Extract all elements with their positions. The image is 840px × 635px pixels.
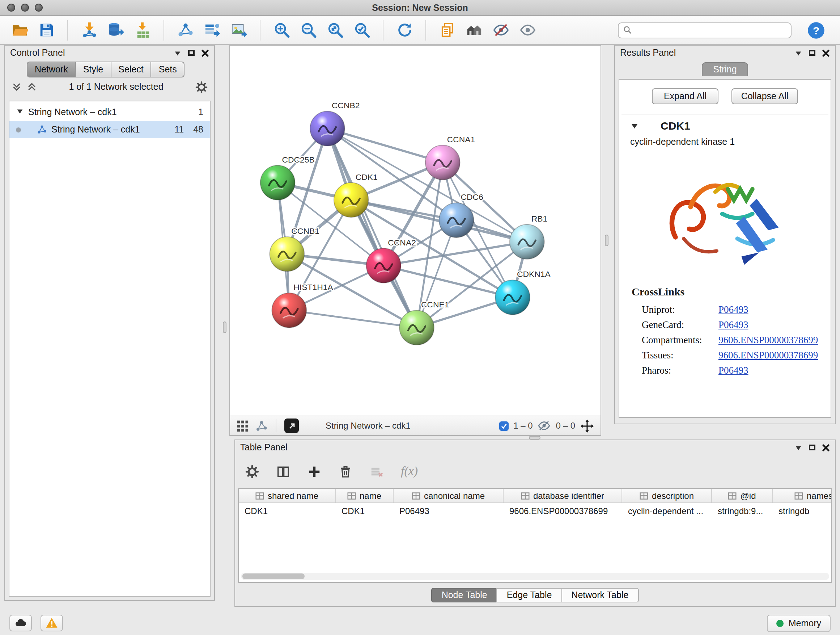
tab-select[interactable]: Select [111,62,151,78]
network-row[interactable]: String Network – cdk1 11 48 [9,121,210,138]
close-window-button[interactable] [7,4,15,11]
column-header-canonical-name[interactable]: canonical name [393,489,504,502]
table-panel-float-button[interactable] [809,445,815,450]
warnings-button[interactable] [41,615,63,631]
new-network-from-table-button[interactable] [201,19,223,41]
column-header-shared-name[interactable]: shared name [239,489,336,502]
cell-id: stringdb:9... [712,506,773,516]
column-header-namespace[interactable]: namespace [773,489,832,502]
window-controls [7,4,43,11]
control-panel-close-button[interactable] [201,49,209,57]
grid-view-button[interactable] [237,420,249,432]
pan-mode-button[interactable] [580,419,594,432]
function-builder-button[interactable]: f(x) [401,464,418,478]
toolbar-separator [260,20,261,40]
left-splitter-handle[interactable] [223,321,226,333]
tab-string[interactable]: String [701,62,748,76]
zoom-out-button[interactable] [297,19,319,41]
current-network-name: String Network – cdk1 [325,421,411,431]
export-image-button[interactable] [228,19,249,41]
table-panel-tabs: Node Table Edge Table Network Table [235,588,835,602]
network-overview-button[interactable] [256,420,268,432]
delete-column-button[interactable] [339,464,352,478]
network-canvas[interactable]: CCNB2CCNA1CDC25BCDK1CDC6RB1CCNB1CCNA2CDK… [230,46,600,416]
help-button[interactable]: ? [805,19,827,41]
compartments-link[interactable]: 9606.ENSP00000378699 [718,334,818,346]
tab-sets[interactable]: Sets [151,62,185,78]
network-edge[interactable] [327,128,443,163]
gene-collapse-button[interactable] [630,121,639,130]
cell-canonical-name: P06493 [393,506,504,516]
table-options-button[interactable] [245,464,259,478]
uniprot-link[interactable]: P06493 [718,304,748,315]
expand-all-button[interactable]: Expand All [652,88,718,104]
selected-nodes-edges-count: 1 – 0 [513,421,532,431]
table-panel-close-button[interactable] [822,443,830,451]
import-network-file-button[interactable] [78,19,100,41]
collapse-all-networks-button[interactable] [11,82,22,92]
network-collection-row[interactable]: String Network – cdk1 1 [9,103,210,121]
home-button[interactable] [463,19,485,41]
control-panel-menu-button[interactable] [174,49,182,57]
create-column-button[interactable] [308,464,321,478]
scrollbar-thumb[interactable] [242,573,305,579]
bottom-splitter-handle[interactable] [529,436,540,440]
column-header-description[interactable]: description [622,489,712,502]
show-columns-button[interactable] [276,464,290,478]
memory-button[interactable]: Memory [767,614,831,632]
network-options-button[interactable] [195,81,208,93]
table-panel-header: Table Panel [235,440,835,455]
tissues-link[interactable]: 9606.ENSP00000378699 [718,349,818,361]
tab-node-table[interactable]: Node Table [431,588,497,602]
first-neighbors-button[interactable] [174,19,196,41]
table-panel-menu-button[interactable] [794,443,802,451]
zoom-window-button[interactable] [35,4,43,11]
birdseye-view-button[interactable] [284,418,299,433]
show-graphics-details-button[interactable] [516,19,538,41]
column-type-icon [794,491,803,500]
apply-layout-button[interactable] [393,19,415,41]
cloud-status-button[interactable] [9,615,32,631]
results-panel-close-button[interactable] [822,49,830,57]
zoom-selected-button[interactable] [351,19,373,41]
open-session-button[interactable] [9,19,30,41]
column-header-name[interactable]: name [336,489,393,502]
tab-network-table[interactable]: Network Table [561,588,638,602]
search-input[interactable] [635,25,786,35]
minimize-window-button[interactable] [21,4,29,11]
expand-all-networks-button[interactable] [27,82,37,92]
save-session-button[interactable] [35,19,57,41]
horizontal-scrollbar[interactable] [241,573,829,580]
title-bar: Session: New Session [0,0,840,16]
tree-expander-icon[interactable] [16,107,24,117]
selected-items-checkbox[interactable] [499,421,508,431]
duplicate-document-button[interactable] [436,19,458,41]
results-panel-menu-button[interactable] [794,49,802,57]
network-nodes-icon [177,22,194,38]
pharos-link[interactable]: P06493 [718,364,748,376]
collapse-all-button[interactable]: Collapse All [731,88,798,104]
memory-label: Memory [789,618,821,628]
crosslink-label: GeneCard: [632,319,718,331]
results-panel-float-button[interactable] [809,50,815,56]
genecard-link[interactable]: P06493 [718,319,748,331]
column-header-id[interactable]: @id [712,489,773,502]
tab-network[interactable]: Network [27,62,75,78]
tab-style[interactable]: Style [75,62,111,78]
results-panel: Results Panel String Expand All Collapse… [614,45,836,424]
import-network-database-button[interactable] [105,19,126,41]
column-header-database-identifier[interactable]: database identifier [504,489,622,502]
zoom-fit-button[interactable] [324,19,346,41]
right-splitter-handle[interactable] [605,234,608,246]
network-edge[interactable] [327,128,417,328]
table-row[interactable]: CDK1 CDK1 P06493 9606.ENSP00000378699 cy… [239,503,831,518]
control-panel-float-button[interactable] [188,50,195,56]
network-edge[interactable] [289,310,417,328]
crosslink-row: Uniprot: P06493 [632,302,829,317]
crosslink-row: GeneCard: P06493 [632,317,829,333]
hide-unhide-button[interactable] [490,19,512,41]
zoom-in-button[interactable] [271,19,292,41]
tab-edge-table[interactable]: Edge Table [497,588,561,602]
import-table-button[interactable] [132,19,153,41]
application-window: Session: New Session ? Control [0,0,840,635]
